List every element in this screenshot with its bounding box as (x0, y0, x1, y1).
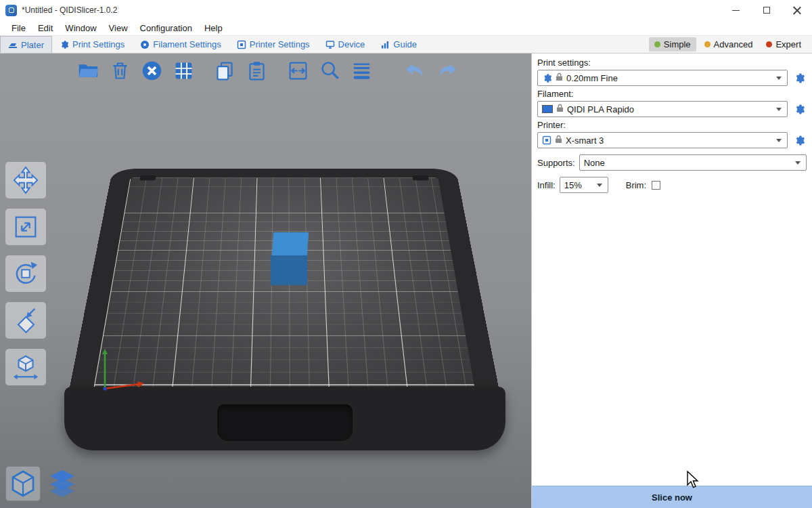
3d-viewport[interactable] (0, 54, 531, 508)
measure-tool-button[interactable] (5, 349, 46, 385)
mode-expert[interactable]: Expert (761, 37, 807, 51)
measure-icon (12, 353, 40, 381)
scale-icon (12, 213, 40, 241)
menu-configuration[interactable]: Configuration (134, 22, 198, 35)
mode-label: Expert (775, 39, 801, 49)
printer-edit-button[interactable] (792, 133, 807, 148)
print-settings-edit-button[interactable] (792, 70, 807, 85)
preview-view-button[interactable] (45, 466, 80, 501)
move-tool-button[interactable] (5, 162, 46, 198)
variable-layer-height-icon (351, 60, 373, 82)
variable-layer-height-button[interactable] (349, 58, 374, 83)
rotate-tool-button[interactable] (5, 255, 46, 292)
bed-clip-left (139, 175, 156, 181)
copy-button[interactable] (212, 58, 238, 83)
redo-icon (436, 60, 458, 82)
open-button[interactable] (76, 58, 101, 83)
infill-label: Infill: (537, 180, 556, 190)
gear-icon (794, 104, 805, 115)
split-button[interactable] (286, 58, 311, 83)
arrange-icon (173, 60, 195, 82)
mode-label: Advanced (714, 39, 753, 49)
maximize-button[interactable] (751, 0, 782, 20)
minimize-icon (732, 10, 740, 11)
arrange-button[interactable] (171, 58, 196, 83)
filament-edit-button[interactable] (792, 102, 807, 117)
printer-combo[interactable]: X-smart 3 (537, 132, 788, 148)
mode-advanced[interactable]: Advanced (699, 37, 759, 51)
dropdown-caret-icon (795, 161, 800, 165)
gear-icon (794, 135, 805, 146)
model-cube-top-face[interactable] (272, 232, 309, 256)
model-cube-front-face[interactable] (271, 255, 307, 285)
dropdown-caret-icon (597, 184, 602, 187)
left-toolbar (5, 162, 46, 385)
tab-device[interactable]: Device (318, 36, 374, 53)
editor-view-button[interactable] (5, 466, 41, 501)
bed-handle-notch (217, 404, 353, 441)
mode-simple[interactable]: Simple (649, 37, 696, 51)
move-icon (12, 166, 40, 194)
filament-icon (140, 40, 150, 49)
window-title: *Untitled - QIDISlicer-1.0.2 (22, 5, 117, 15)
mode-selector: Simple Advanced Expert (649, 36, 812, 53)
preview-layers-icon (47, 469, 77, 499)
menu-file[interactable]: File (5, 22, 32, 35)
filament-label: Filament: (537, 89, 807, 99)
brim-checkbox[interactable] (652, 181, 660, 190)
menu-edit[interactable]: Edit (32, 22, 59, 35)
scale-tool-button[interactable] (5, 209, 46, 245)
tab-filament-settings[interactable]: Filament Settings (133, 36, 229, 53)
tab-plater[interactable]: Plater (0, 36, 52, 53)
slice-now-label: Slice now (652, 492, 692, 503)
plater-icon (8, 40, 18, 49)
slice-now-button[interactable]: Slice now (532, 486, 812, 508)
device-icon (325, 40, 335, 49)
view-toggles (5, 466, 80, 501)
print-settings-label: Print settings: (537, 58, 807, 68)
infill-combo[interactable]: 15% (560, 177, 608, 193)
supports-combo[interactable]: None (579, 154, 807, 171)
place-on-face-tool-button[interactable] (5, 302, 46, 339)
tab-guide[interactable]: Guide (373, 36, 425, 53)
delete-all-button[interactable] (139, 58, 164, 83)
paste-icon (246, 60, 268, 82)
dropdown-caret-icon (776, 139, 782, 142)
print-settings-combo[interactable]: 0.20mm Fine (537, 70, 788, 86)
titlebar: *Untitled - QIDISlicer-1.0.2 (0, 0, 812, 20)
axes-indicator-icon (97, 346, 152, 395)
paste-button[interactable] (244, 58, 269, 83)
delete-all-icon (141, 60, 163, 82)
printer-icon (237, 40, 246, 49)
rotate-icon (12, 259, 40, 288)
minimize-button[interactable] (721, 0, 751, 20)
delete-button[interactable] (108, 58, 133, 83)
tabbar: Plater Print Settings Filament Settings … (0, 35, 812, 54)
dropdown-caret-icon (776, 77, 782, 80)
menubar: File Edit Window View Configuration Help (0, 20, 812, 35)
menu-view[interactable]: View (103, 22, 134, 35)
filament-value: QIDI PLA Rapido (567, 104, 634, 114)
close-button[interactable] (782, 0, 812, 20)
print-settings-row: 0.20mm Fine (537, 70, 807, 86)
bed-front-edge (64, 387, 505, 450)
menu-help[interactable]: Help (198, 22, 229, 35)
printer-label: Printer: (537, 120, 807, 130)
search-button[interactable] (317, 58, 342, 83)
close-icon (793, 6, 801, 14)
undo-button[interactable] (403, 58, 428, 83)
delete-icon (109, 60, 131, 82)
filament-color-swatch (542, 105, 553, 113)
tab-label: Guide (393, 39, 417, 49)
brim-label: Brim: (626, 180, 646, 190)
lock-icon (556, 72, 563, 83)
menu-window[interactable]: Window (59, 22, 102, 35)
supports-label: Supports: (537, 158, 575, 168)
tab-print-settings[interactable]: Print Settings (52, 36, 133, 53)
redo-button[interactable] (434, 58, 459, 83)
expert-mode-dot-icon (766, 41, 772, 47)
filament-combo[interactable]: QIDI PLA Rapido (537, 101, 788, 117)
window-controls (721, 0, 812, 20)
infill-value: 15% (564, 180, 582, 190)
tab-printer-settings[interactable]: Printer Settings (229, 36, 318, 53)
